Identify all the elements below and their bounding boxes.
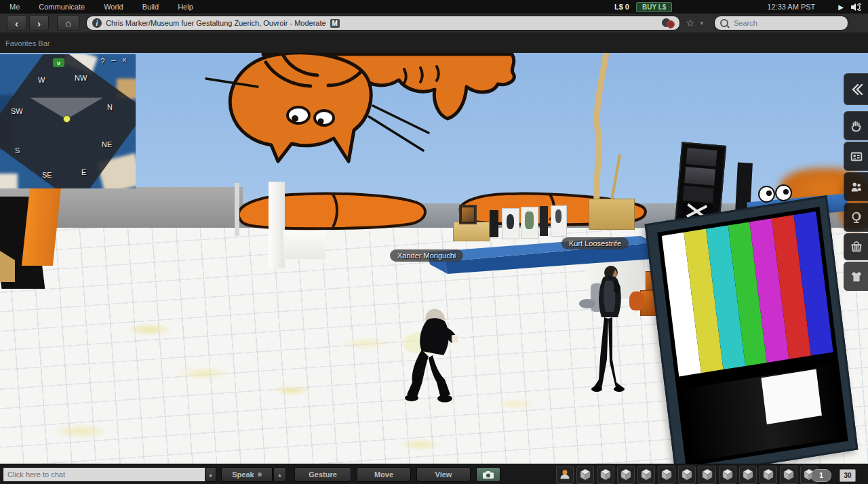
favorites-bar: Favorites Bar	[0, 33, 868, 53]
sidebar-collapse-button[interactable]	[844, 73, 868, 105]
object-chiclet[interactable]	[719, 466, 736, 484]
object-chiclet[interactable]	[658, 466, 675, 484]
colorbar-screen-surface	[657, 207, 848, 464]
avatar-icon	[559, 468, 571, 481]
menu-world[interactable]: World	[94, 3, 133, 11]
back-button[interactable]: ‹	[7, 15, 26, 31]
white-wall-slab[interactable]	[269, 182, 285, 268]
sidebar-appearance-button[interactable]	[844, 262, 868, 291]
compass-sw: SW	[11, 107, 23, 115]
nametag[interactable]: Xander Moriguchi	[390, 249, 463, 262]
white-wall-base[interactable]	[283, 230, 326, 259]
favorite-star-icon[interactable]: ☆	[686, 17, 694, 29]
object-chiclet[interactable]	[739, 466, 757, 484]
maturity-badge: M	[330, 19, 340, 28]
search-input[interactable]	[732, 18, 837, 28]
nametag[interactable]: Kurt Loosestrife	[561, 237, 629, 249]
menu-me[interactable]: Me	[0, 3, 29, 11]
menu-help[interactable]: Help	[168, 3, 203, 11]
artwork-card[interactable]	[521, 207, 538, 239]
sidebar-people-button[interactable]	[844, 172, 868, 201]
parcel-info-icon[interactable]: i	[92, 18, 102, 28]
chat-expand-button[interactable]: ▲	[205, 467, 216, 482]
minimap-help-button[interactable]: ?	[100, 57, 105, 66]
object-chiclet[interactable]	[576, 466, 594, 484]
bottom-toolbar: ▲ Speak ▲ Gesture Move View 1 3	[0, 464, 868, 484]
colorbar-test-screen[interactable]	[645, 195, 859, 464]
day-badge-chiclet[interactable]: 30	[840, 469, 856, 482]
colorbar-bottom-band	[681, 365, 844, 462]
compass-ne: NE	[102, 140, 112, 148]
view-button[interactable]: View	[416, 467, 471, 482]
compass-s: S	[15, 146, 20, 155]
search-box[interactable]	[714, 16, 848, 31]
speaker-icon[interactable]	[850, 3, 861, 12]
buy-linden-button[interactable]: BUY L$	[636, 2, 672, 12]
colorbar-white-patch	[761, 369, 822, 424]
cube-icon	[722, 468, 734, 481]
forward-button[interactable]: ›	[29, 15, 49, 31]
object-chiclet[interactable]	[780, 466, 797, 484]
minimap-voice-icon[interactable]: v	[53, 58, 64, 67]
object-chiclet[interactable]	[617, 466, 635, 484]
move-button[interactable]: Move	[357, 467, 411, 482]
small-framed-picture[interactable]	[459, 205, 477, 224]
sidebar-profile-button[interactable]	[844, 142, 868, 171]
menu-build[interactable]: Build	[133, 3, 168, 11]
artwork-card[interactable]	[551, 205, 567, 237]
navigation-bar: ‹ › ⌂ i Chris Marker/Museum fuer Gestalt…	[0, 14, 868, 33]
cube-icon	[620, 468, 632, 481]
object-chiclet[interactable]	[760, 466, 777, 484]
people-icon	[849, 180, 864, 195]
avatar-chiclet[interactable]	[556, 466, 574, 484]
avatar-crouching[interactable]	[403, 304, 468, 407]
home-button[interactable]: ⌂	[57, 15, 79, 31]
speak-options-button[interactable]: ▲	[273, 467, 286, 482]
artwork-card[interactable]	[540, 206, 548, 236]
googly-eyes-artwork[interactable]	[758, 184, 791, 202]
speak-button[interactable]: Speak	[221, 467, 273, 482]
gesture-button[interactable]: Gesture	[294, 467, 351, 482]
minimap-close-button[interactable]: ×	[122, 56, 127, 65]
sidebar-destinations-button[interactable]	[844, 203, 868, 232]
media-play-icon[interactable]: ▶	[838, 3, 844, 11]
wooden-box[interactable]	[589, 199, 635, 230]
parcel-media-icon[interactable]	[662, 18, 674, 28]
chat-input[interactable]	[3, 467, 208, 482]
cube-icon	[681, 468, 693, 481]
snapshot-button[interactable]	[476, 467, 500, 482]
linden-balance[interactable]: L$ 0	[614, 3, 629, 11]
cube-icon	[579, 468, 591, 481]
menu-communicate[interactable]: Communicate	[29, 3, 94, 11]
id-card-icon	[849, 149, 864, 164]
cube-icon	[783, 468, 795, 481]
sidebar-marketplace-button[interactable]	[844, 233, 868, 260]
viewer-window: Me Communicate World Build Help L$ 0 BUY…	[0, 0, 868, 484]
compass-se: SE	[42, 171, 52, 179]
minimap-minimize-button[interactable]: –	[111, 56, 116, 65]
location-text: Chris Marker/Museum fuer Gestaltung Zuer…	[106, 19, 326, 27]
object-chiclet[interactable]	[597, 466, 614, 484]
search-icon	[720, 19, 728, 27]
speak-label: Speak	[232, 470, 254, 479]
minimap-land-patch	[0, 174, 18, 188]
cube-icon	[660, 468, 673, 481]
location-input[interactable]: i Chris Marker/Museum fuer Gestaltung Zu…	[86, 16, 680, 31]
artwork-card[interactable]	[490, 210, 498, 237]
notification-chiclet[interactable]: 1	[811, 469, 831, 482]
object-chiclet[interactable]	[637, 466, 655, 484]
sidebar-friends-button[interactable]	[844, 111, 868, 140]
menu-bar: Me Communicate World Build Help L$ 0 BUY…	[0, 0, 868, 14]
object-chiclet[interactable]	[678, 466, 696, 484]
voice-lock-icon	[258, 472, 262, 477]
thin-post[interactable]	[235, 183, 239, 236]
tall-pole-sculpture[interactable]	[578, 53, 625, 209]
object-chiclet[interactable]	[698, 466, 716, 484]
minimap[interactable]: W NW SW N S NE SE E v ? – ×	[0, 54, 136, 188]
location-history-caret-icon[interactable]: ▾	[700, 20, 703, 26]
cat-mural-artwork[interactable]	[203, 53, 522, 168]
cube-icon	[762, 468, 774, 481]
world-viewport[interactable]: Xander Moriguchi Kurt Loosestrife	[0, 53, 868, 464]
cube-icon	[599, 468, 612, 481]
avatar-standing[interactable]	[573, 263, 641, 399]
